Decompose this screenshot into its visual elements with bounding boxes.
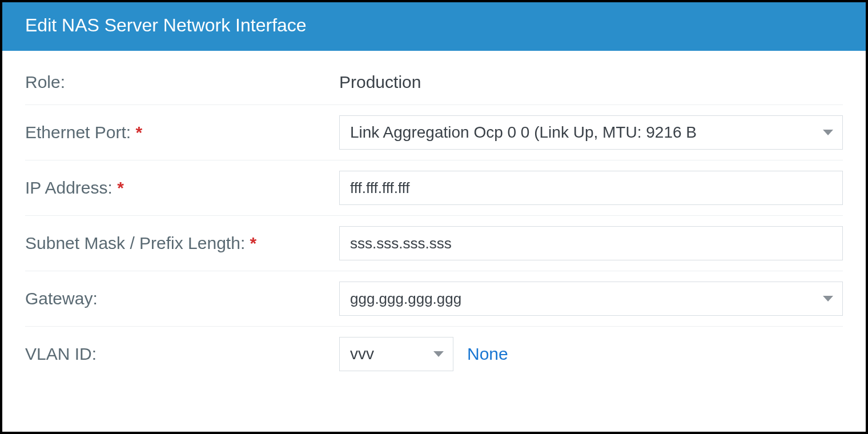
chevron-down-icon (823, 130, 833, 135)
role-label: Role: (25, 73, 339, 92)
gateway-input[interactable] (350, 282, 814, 315)
ethernet-port-select[interactable]: Link Aggregation Ocp 0 0 (Link Up, MTU: … (339, 115, 843, 150)
ip-address-input[interactable] (350, 171, 832, 204)
row-subnet: Subnet Mask / Prefix Length: * (25, 216, 843, 271)
vlan-id-label: VLAN ID: (25, 344, 339, 364)
vlan-none-link[interactable]: None (467, 344, 508, 364)
row-ethernet-port: Ethernet Port: * Link Aggregation Ocp 0 … (25, 105, 843, 160)
row-ip-address: IP Address: * (25, 160, 843, 216)
ethernet-port-label: Ethernet Port: * (25, 123, 339, 142)
ip-address-input-wrapper (339, 171, 843, 205)
subnet-input-wrapper (339, 226, 843, 260)
required-marker: * (135, 123, 142, 142)
gateway-combo[interactable] (339, 282, 843, 316)
required-marker: * (117, 178, 124, 197)
row-vlan-id: VLAN ID: vvv None (25, 327, 843, 381)
vlan-id-value: vvv (350, 345, 424, 363)
ethernet-port-selected: Link Aggregation Ocp 0 0 (Link Up, MTU: … (350, 123, 814, 142)
edit-nas-network-interface-dialog: Edit NAS Server Network Interface Role: … (0, 0, 868, 434)
row-gateway: Gateway: (25, 271, 843, 327)
gateway-label: Gateway: (25, 289, 339, 308)
subnet-label: Subnet Mask / Prefix Length: * (25, 234, 339, 253)
dialog-title: Edit NAS Server Network Interface (2, 2, 866, 51)
row-role: Role: Production (25, 68, 843, 105)
dialog-body: Role: Production Ethernet Port: * Link A… (2, 51, 866, 432)
chevron-down-icon (433, 351, 444, 357)
required-marker: * (250, 234, 257, 252)
role-value: Production (339, 73, 421, 92)
vlan-id-select[interactable]: vvv (339, 337, 453, 371)
subnet-input[interactable] (350, 227, 832, 260)
chevron-down-icon (823, 296, 833, 302)
ip-address-label: IP Address: * (25, 178, 339, 198)
